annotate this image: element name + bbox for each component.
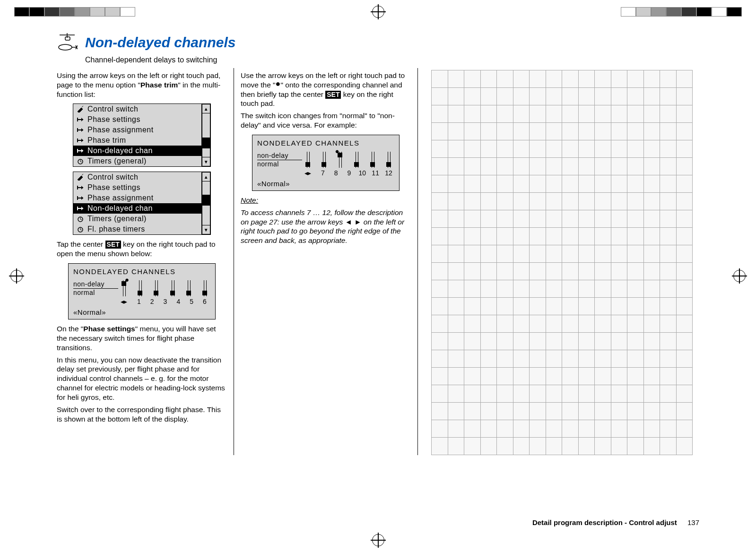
phase-icon <box>75 195 86 201</box>
menu-item-label: Phase settings <box>86 115 200 124</box>
menu-item-label: Timers (general) <box>86 157 200 165</box>
menu-item-label: Phase assignment <box>86 126 200 134</box>
svg-line-26 <box>80 219 82 220</box>
page-subtitle: Channel-dependent delays to switching <box>85 56 699 64</box>
menu-item-label: Non-delayed chan <box>86 204 200 213</box>
clock-icon <box>75 226 86 233</box>
tool-icon <box>75 106 86 112</box>
menu-item: Phase assignment <box>73 125 201 135</box>
scroll-down-icon: ▼ <box>202 157 210 166</box>
panel-title: NONDELAYED CHANNELS <box>257 139 394 147</box>
menu-item-label: Timers (general) <box>86 215 200 223</box>
set-key-icon: SET <box>325 91 341 99</box>
tool-icon <box>75 174 86 181</box>
phase-icon <box>75 137 86 144</box>
phase-icon <box>75 127 86 133</box>
phase-icon <box>75 205 86 212</box>
heli-plane-icon <box>57 32 78 53</box>
clock-icon <box>75 216 86 222</box>
lcd-panel-1: NONDELAYED CHANNELS ● non-delaynormal ◂▸… <box>68 263 216 319</box>
body-text: The switch icon changes from "normal" to… <box>241 111 411 130</box>
svg-point-3 <box>59 44 72 50</box>
menu-item-label: Phase settings <box>86 183 200 192</box>
lcd-menu-2: Control switchPhase settingsPhase assign… <box>73 172 211 235</box>
menu-item: Phase settings <box>73 114 201 125</box>
menu-item-label: Fl. phase timers <box>86 225 200 233</box>
body-text: Use the arrow keys on the left or right … <box>241 71 411 108</box>
menu-item: Phase assignment <box>73 193 201 203</box>
menu-item-label: Control switch <box>86 105 200 113</box>
scroll-up-icon: ▲ <box>202 104 210 113</box>
registration-mark-icon <box>733 270 746 282</box>
menu-item: Non-delayed chan <box>73 146 201 156</box>
menu-item-label: Control switch <box>86 173 200 181</box>
phase-icon <box>75 147 86 154</box>
registration-mark-icon <box>372 534 384 546</box>
page-title: Non-delayed channels <box>85 34 235 51</box>
clock-icon <box>75 158 86 164</box>
page-footer: Detail program description - Control adj… <box>532 518 699 526</box>
panel-footer: «Normal» <box>257 180 394 188</box>
row-label: normal <box>257 160 302 168</box>
menu-item-label: Non-delayed chan <box>86 147 200 155</box>
svg-line-29 <box>80 230 82 230</box>
note-body: To access channels 7 … 12, follow the de… <box>241 208 411 245</box>
menu-item-label: Phase trim <box>86 136 200 145</box>
body-text: Tap the center SET key on the right touc… <box>57 240 227 259</box>
menu-item: Timers (general) <box>73 156 201 166</box>
svg-line-17 <box>80 162 82 162</box>
menu-item-label: Phase assignment <box>86 194 200 202</box>
panel-title: NONDELAYED CHANNELS <box>73 267 210 276</box>
body-text: On the "Phase settings" menu, you will h… <box>57 324 227 352</box>
row-label: non-delay <box>257 152 302 160</box>
menu-item: Phase trim <box>73 135 201 146</box>
scroll-down-icon: ▼ <box>202 225 210 234</box>
scroll-up-icon: ▲ <box>202 172 210 181</box>
menu-item: Fl. phase timers <box>73 224 201 234</box>
svg-rect-2 <box>65 37 70 40</box>
row-label: non-delay <box>73 280 118 289</box>
lcd-menu-1: Control switchPhase settingsPhase assign… <box>73 104 211 167</box>
body-text: Using the arrow keys on the left or righ… <box>57 71 227 99</box>
notes-grid <box>431 70 693 455</box>
panel-footer: «Normal» <box>73 308 210 316</box>
phase-icon <box>75 184 86 191</box>
menu-item: Control switch <box>73 104 201 114</box>
registration-mark-icon <box>10 270 23 282</box>
row-label: normal <box>73 289 118 297</box>
set-key-icon: SET <box>105 241 121 249</box>
phase-icon <box>75 116 86 123</box>
body-text: In this menu, you can now deactivate the… <box>57 355 227 402</box>
menu-item: Control switch <box>73 172 201 182</box>
menu-item: Non-delayed chan <box>73 203 201 214</box>
lcd-panel-2: NONDELAYED CHANNELS ● non-delaynormal ◂▸… <box>252 135 400 191</box>
body-text: Switch over to the corresponding flight … <box>57 405 227 424</box>
registration-mark-icon <box>372 6 384 18</box>
menu-item: Phase settings <box>73 182 201 193</box>
note-heading: Note: <box>241 196 258 204</box>
menu-item: Timers (general) <box>73 214 201 224</box>
